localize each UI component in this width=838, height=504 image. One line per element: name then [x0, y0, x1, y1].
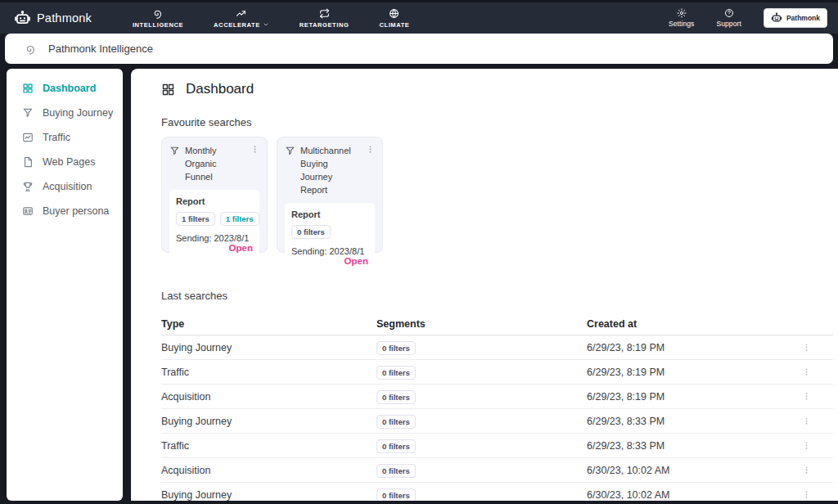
- row-segments: 0 filters: [376, 367, 587, 378]
- table-row: Acquisition 0 filters 6/29/23, 8:19 PM: [161, 385, 833, 409]
- card-filter-chips: 0 filters: [291, 225, 368, 239]
- filter-chip: 0 filters: [291, 225, 331, 239]
- segments-chip: 0 filters: [376, 341, 416, 355]
- page-title: Dashboard: [186, 81, 254, 97]
- segments-chip: 0 filters: [376, 415, 416, 429]
- card-body: Report 0 filters Sending: 2023/8/1 Open: [285, 203, 375, 272]
- page-header: Dashboard: [161, 79, 833, 99]
- nav-item-label: INTELLIGENCE: [133, 21, 183, 29]
- grid-icon: [22, 83, 34, 94]
- content-area: Dashboard Buying Journey Traffic Web Pag…: [0, 69, 838, 501]
- kebab-menu-icon[interactable]: [802, 466, 811, 475]
- sidebar-item[interactable]: Buyer persona: [7, 199, 123, 223]
- column-header-created-at: Created at: [587, 318, 833, 330]
- sidebar-item-label: Acquisition: [43, 181, 92, 192]
- card-body: Report 1 filters1 filters Sending: 2023/…: [169, 190, 259, 259]
- column-header-segments: Segments: [376, 318, 587, 330]
- subheader-title: Pathmonk Intelligence: [48, 43, 153, 55]
- card-sending-date: Sending: 2023/8/1: [291, 246, 368, 256]
- row-created-at: 6/29/23, 8:33 PM: [587, 416, 802, 427]
- funnel-icon: [22, 107, 34, 119]
- nav-item-label: RETARGETING: [300, 21, 349, 29]
- open-link[interactable]: Open: [229, 243, 253, 253]
- kebab-menu-icon[interactable]: [802, 416, 811, 425]
- table-header-row: Type Segments Created at: [161, 313, 833, 335]
- nav-item-label: ACCELERATE: [214, 21, 260, 29]
- nav-utility-label: Support: [716, 20, 741, 28]
- kebab-menu-icon[interactable]: [802, 441, 811, 450]
- sidebar-item[interactable]: Buying Journey: [7, 101, 123, 125]
- sidebar-item[interactable]: Dashboard: [7, 76, 123, 101]
- id-badge-icon: [22, 205, 34, 217]
- nav-item[interactable]: RETARGETING: [300, 8, 349, 29]
- card-sending-date: Sending: 2023/8/1: [176, 233, 253, 243]
- help-icon: [724, 8, 734, 18]
- last-searches-heading: Last searches: [161, 290, 833, 302]
- main-panel: Dashboard Favourite searches Monthly Org…: [131, 69, 838, 501]
- favourite-searches-heading: Favourite searches: [161, 116, 833, 128]
- card-title: Multichannel Buying Journey Report: [300, 145, 361, 197]
- nav-utility-item[interactable]: Support: [716, 8, 741, 28]
- row-segments: 0 filters: [376, 440, 587, 452]
- segments-chip: 0 filters: [376, 439, 416, 453]
- table-row: Traffic 0 filters 6/29/23, 8:33 PM: [161, 434, 833, 458]
- grid-icon: [161, 83, 175, 97]
- card-title: Monthly Organic Funnel: [185, 145, 246, 184]
- card-type-label: Report: [176, 196, 253, 206]
- kebab-menu-icon[interactable]: [802, 392, 811, 401]
- kebab-menu-icon[interactable]: [802, 490, 811, 499]
- row-created-at: 6/29/23, 8:19 PM: [587, 367, 802, 378]
- nav-item[interactable]: ACCELERATE: [214, 8, 269, 29]
- filter-chip: 1 filters: [176, 212, 215, 226]
- chart-icon: [22, 132, 34, 143]
- gear-icon: [677, 8, 687, 18]
- sidebar-item[interactable]: Acquisition: [7, 174, 123, 199]
- sidebar: Dashboard Buying Journey Traffic Web Pag…: [7, 69, 123, 501]
- segments-chip: 0 filters: [376, 366, 416, 380]
- app-window: Pathmonk INTELLIGENCE ACCELERATE: [0, 0, 838, 504]
- brand-logo[interactable]: Pathmonk: [14, 10, 92, 27]
- row-created-at: 6/29/23, 8:19 PM: [587, 342, 802, 353]
- globe-icon: [389, 8, 399, 19]
- favourite-cards: Monthly Organic Funnel Report 1 filters1…: [161, 137, 833, 253]
- main-nav: INTELLIGENCE ACCELERATE RETARGETIN: [133, 8, 410, 29]
- segments-chip: 0 filters: [376, 488, 416, 502]
- open-link[interactable]: Open: [345, 256, 368, 266]
- row-type: Traffic: [161, 440, 376, 452]
- trophy-icon: [22, 181, 34, 192]
- chevron-down-icon: [263, 21, 269, 28]
- sidebar-item[interactable]: Traffic: [7, 125, 123, 150]
- row-segments: 0 filters: [376, 342, 587, 353]
- last-searches-table: Type Segments Created at Buying Journey …: [161, 313, 833, 501]
- account-button-label: Pathmonk: [786, 14, 820, 22]
- pathmonk-robot-icon: [14, 10, 31, 27]
- account-button[interactable]: Pathmonk: [764, 8, 827, 28]
- trending-up-icon: [236, 8, 246, 19]
- kebab-menu-icon[interactable]: [802, 343, 811, 352]
- card-filter-chips: 1 filters1 filters: [176, 212, 253, 226]
- nav-item[interactable]: CLIMATE: [379, 8, 409, 29]
- row-created-at: 6/29/23, 8:33 PM: [587, 440, 802, 452]
- sidebar-item[interactable]: Web Pages: [7, 150, 123, 174]
- funnel-icon: [285, 146, 295, 197]
- repeat-icon: [319, 8, 330, 19]
- favourite-search-card: Monthly Organic Funnel Report 1 filters1…: [161, 137, 268, 253]
- sidebar-item-label: Buyer persona: [43, 205, 109, 217]
- kebab-menu-icon[interactable]: [802, 367, 811, 376]
- funnel-icon: [169, 146, 180, 184]
- kebab-menu-icon[interactable]: [366, 145, 375, 197]
- sidebar-item-label: Traffic: [43, 132, 70, 143]
- pathmonk-robot-icon: [771, 12, 782, 24]
- row-type: Buying Journey: [161, 342, 376, 353]
- table-row: Traffic 0 filters 6/29/23, 8:19 PM: [161, 360, 833, 385]
- table-row: Buying Journey 0 filters 6/30/23, 10:02 …: [161, 483, 833, 501]
- kebab-menu-icon[interactable]: [250, 145, 259, 184]
- nav-item[interactable]: INTELLIGENCE: [133, 8, 183, 29]
- row-segments: 0 filters: [376, 391, 587, 403]
- row-type: Buying Journey: [161, 416, 376, 427]
- nav-utility-item[interactable]: Settings: [669, 8, 695, 28]
- table-row: Buying Journey 0 filters 6/29/23, 8:19 P…: [161, 335, 833, 360]
- subheader-bar: Pathmonk Intelligence: [5, 34, 833, 64]
- column-header-type: Type: [161, 318, 376, 330]
- intelligence-swirl-icon: [152, 8, 163, 19]
